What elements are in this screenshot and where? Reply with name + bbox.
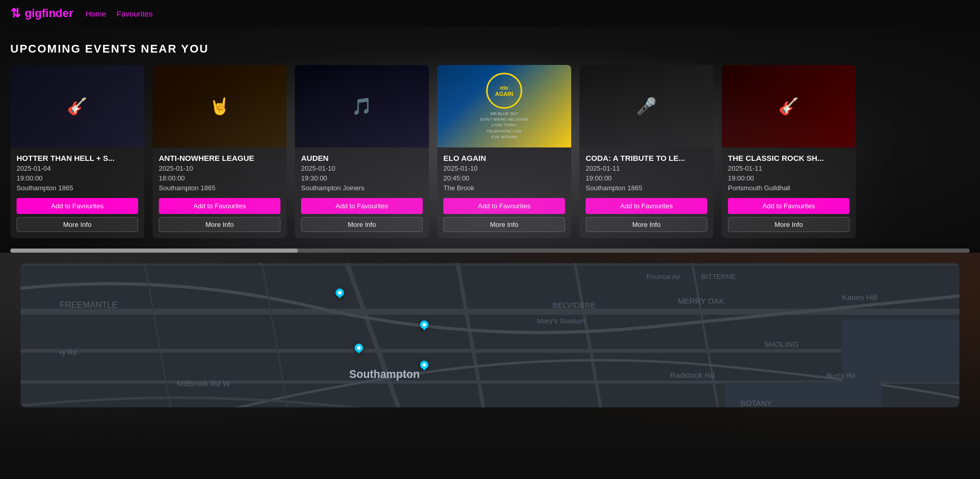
card-time-auden: 19:30:00 bbox=[301, 174, 423, 182]
svg-marker-38 bbox=[337, 295, 342, 299]
card-venue-anti-nowhere-league: Southampton 1865 bbox=[159, 184, 280, 192]
events-section: UPCOMING EVENTS NEAR YOU 🎸 HOTTER THAN H… bbox=[0, 27, 980, 253]
card-venue-classic-rock-show: Portsmouth Guildhall bbox=[728, 184, 850, 192]
card-actions-classic-rock-show: Add to FavouritesMore Info bbox=[728, 198, 850, 232]
card-title-anti-nowhere-league: ANTI-NOWHERE LEAGUE bbox=[159, 154, 280, 162]
event-card-auden: 🎵 AUDEN2025-01-1019:30:00Southampton Joi… bbox=[295, 65, 429, 238]
svg-point-37 bbox=[338, 291, 342, 295]
more-info-auden[interactable]: More Info bbox=[301, 217, 423, 232]
svg-text:SHOLING: SHOLING bbox=[764, 340, 799, 349]
svg-rect-13 bbox=[842, 320, 959, 382]
card-date-elo-again: 2025-01-10 bbox=[443, 164, 565, 172]
card-time-anti-nowhere-league: 18:00:00 bbox=[159, 174, 280, 182]
event-card-elo-again: eloAGAIN MR BLUE SKYDON'T BRING ME DOWNL… bbox=[437, 65, 571, 238]
add-to-favourites-coda-tribute[interactable]: Add to Favourites bbox=[586, 198, 707, 214]
card-body-coda-tribute: CODA: A TRIBUTE TO LE...2025-01-1119:00:… bbox=[579, 147, 713, 238]
card-title-hotter-than-hell: HOTTER THAN HELL + S... bbox=[16, 154, 138, 162]
svg-text:Kanes Hill: Kanes Hill bbox=[842, 293, 877, 302]
map-pin-3 bbox=[352, 342, 366, 358]
map-pin-1 bbox=[333, 287, 347, 303]
card-date-auden: 2025-01-10 bbox=[301, 164, 423, 172]
svg-text:Millbrook Rd W: Millbrook Rd W bbox=[177, 379, 230, 388]
svg-point-43 bbox=[357, 346, 360, 350]
svg-text:NORTHAM: NORTHAM bbox=[560, 263, 600, 265]
logo-text: gigfinder bbox=[25, 7, 73, 20]
card-image-anti-nowhere-league: 🤘 bbox=[153, 65, 287, 147]
svg-text:BITTERNE: BITTERNE bbox=[701, 273, 736, 280]
svg-text:Radstock Rd: Radstock Rd bbox=[670, 371, 715, 379]
logo-icon: ⇅ bbox=[10, 6, 21, 21]
map-pin-4 bbox=[417, 359, 431, 375]
card-actions-hotter-than-hell: Add to FavouritesMore Info bbox=[16, 198, 138, 232]
map-pin-2 bbox=[417, 319, 431, 335]
card-body-anti-nowhere-league: ANTI-NOWHERE LEAGUE2025-01-1018:00:00Sou… bbox=[153, 147, 287, 238]
card-actions-elo-again: Add to FavouritesMore Info bbox=[443, 198, 565, 232]
card-title-coda-tribute: CODA: A TRIBUTE TO LE... bbox=[586, 154, 707, 162]
navbar: ⇅ gigfinder Home Favourites bbox=[0, 0, 980, 27]
event-card-hotter-than-hell: 🎸 HOTTER THAN HELL + S...2025-01-0419:00… bbox=[10, 65, 144, 238]
more-info-elo-again[interactable]: More Info bbox=[443, 217, 565, 232]
card-image-auden: 🎵 bbox=[295, 65, 429, 147]
cards-container: 🎸 HOTTER THAN HELL + S...2025-01-0419:00… bbox=[10, 65, 970, 240]
scroll-thumb bbox=[10, 249, 298, 253]
svg-text:FREEMANTLE: FREEMANTLE bbox=[60, 300, 118, 310]
svg-text:W Bay Rd: W Bay Rd bbox=[240, 263, 275, 265]
svg-text:Southampton: Southampton bbox=[349, 368, 420, 381]
event-card-anti-nowhere-league: 🤘 ANTI-NOWHERE LEAGUE2025-01-1018:00:00S… bbox=[153, 65, 287, 238]
card-date-classic-rock-show: 2025-01-11 bbox=[728, 164, 850, 172]
svg-point-46 bbox=[423, 364, 426, 367]
card-venue-hotter-than-hell: Southampton 1865 bbox=[16, 184, 138, 192]
svg-marker-47 bbox=[422, 367, 426, 371]
card-date-hotter-than-hell: 2025-01-04 bbox=[16, 164, 138, 172]
card-time-elo-again: 20:45:00 bbox=[443, 174, 565, 182]
add-to-favourites-hotter-than-hell[interactable]: Add to Favourites bbox=[16, 198, 138, 214]
svg-text:BOTANY: BOTANY bbox=[740, 399, 772, 407]
svg-marker-44 bbox=[356, 350, 361, 354]
nav-favourites[interactable]: Favourites bbox=[117, 9, 153, 18]
svg-marker-41 bbox=[422, 326, 426, 331]
card-title-elo-again: ELO AGAIN bbox=[443, 154, 565, 162]
svg-text:BELVIDERE: BELVIDERE bbox=[553, 301, 596, 309]
svg-text:MERRY OAK: MERRY OAK bbox=[678, 296, 724, 305]
event-card-coda-tribute: 🎤 CODA: A TRIBUTE TO LE...2025-01-1119:0… bbox=[579, 65, 713, 238]
scroll-track bbox=[10, 249, 970, 253]
card-venue-coda-tribute: Southampton 1865 bbox=[586, 184, 707, 192]
card-image-coda-tribute: 🎤 bbox=[579, 65, 713, 147]
card-time-coda-tribute: 19:00:00 bbox=[586, 174, 707, 182]
more-info-coda-tribute[interactable]: More Info bbox=[586, 217, 707, 232]
card-body-classic-rock-show: THE CLASSIC ROCK SH...2025-01-1119:00:00… bbox=[722, 147, 856, 238]
svg-text:Burt's Rd: Burt's Rd bbox=[826, 372, 855, 379]
svg-text:Pounce Av: Pounce Av bbox=[646, 273, 680, 280]
svg-text:Mary's Stadium: Mary's Stadium bbox=[537, 317, 586, 325]
more-info-hotter-than-hell[interactable]: More Info bbox=[16, 217, 138, 232]
card-image-elo-again: eloAGAIN MR BLUE SKYDON'T BRING ME DOWNL… bbox=[437, 65, 571, 147]
card-venue-auden: Southampton Joiners bbox=[301, 184, 423, 192]
card-body-elo-again: ELO AGAIN2025-01-1020:45:00The BrookAdd … bbox=[437, 147, 571, 238]
card-body-auden: AUDEN2025-01-1019:30:00Southampton Joine… bbox=[295, 147, 429, 238]
card-time-hotter-than-hell: 19:00:00 bbox=[16, 174, 138, 182]
more-info-anti-nowhere-league[interactable]: More Info bbox=[159, 217, 280, 232]
event-card-classic-rock-show: 🎸 THE CLASSIC ROCK SH...2025-01-1119:00:… bbox=[722, 65, 856, 238]
logo: ⇅ gigfinder bbox=[10, 6, 73, 21]
add-to-favourites-elo-again[interactable]: Add to Favourites bbox=[443, 198, 565, 214]
svg-text:ry Rd: ry Rd bbox=[60, 349, 77, 356]
map-section: FREEMANTLE W Bay Rd NORTHAM BELVIDERE Ma… bbox=[21, 263, 959, 407]
card-date-coda-tribute: 2025-01-11 bbox=[586, 164, 707, 172]
card-venue-elo-again: The Brook bbox=[443, 184, 565, 192]
more-info-classic-rock-show[interactable]: More Info bbox=[728, 217, 850, 232]
card-image-classic-rock-show: 🎸 bbox=[722, 65, 856, 147]
svg-point-40 bbox=[423, 323, 426, 326]
card-time-classic-rock-show: 19:00:00 bbox=[728, 174, 850, 182]
card-body-hotter-than-hell: HOTTER THAN HELL + S...2025-01-0419:00:0… bbox=[10, 147, 144, 238]
nav-home[interactable]: Home bbox=[86, 9, 106, 18]
cards-scroll[interactable]: 🎸 HOTTER THAN HELL + S...2025-01-0419:00… bbox=[10, 65, 970, 245]
card-actions-coda-tribute: Add to FavouritesMore Info bbox=[586, 198, 707, 232]
nav-links: Home Favourites bbox=[86, 9, 153, 18]
add-to-favourites-auden[interactable]: Add to Favourites bbox=[301, 198, 423, 214]
card-title-classic-rock-show: THE CLASSIC ROCK SH... bbox=[728, 154, 850, 162]
add-to-favourites-classic-rock-show[interactable]: Add to Favourites bbox=[728, 198, 850, 214]
section-title: UPCOMING EVENTS NEAR YOU bbox=[10, 42, 970, 56]
add-to-favourites-anti-nowhere-league[interactable]: Add to Favourites bbox=[159, 198, 280, 214]
card-date-anti-nowhere-league: 2025-01-10 bbox=[159, 164, 280, 172]
map-background: FREEMANTLE W Bay Rd NORTHAM BELVIDERE Ma… bbox=[21, 263, 959, 407]
